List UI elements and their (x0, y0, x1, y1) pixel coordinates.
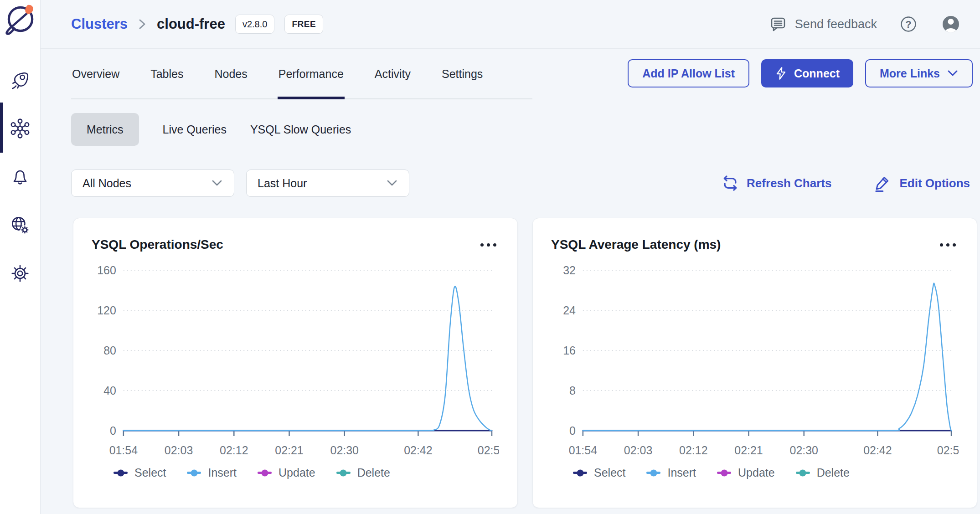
bell-icon (10, 166, 31, 187)
chart-title: YSQL Operations/Sec (92, 237, 223, 252)
legend-label: Update (738, 466, 775, 479)
send-feedback-button[interactable]: Send feedback (769, 15, 877, 33)
chart-plot-ysql-operations[interactable]: 0408012016001:5402:0302:1202:2102:3002:4… (92, 258, 499, 464)
svg-text:16: 16 (563, 344, 576, 357)
legend-marker-icon (336, 472, 351, 474)
send-feedback-label: Send feedback (795, 17, 877, 31)
svg-text:?: ? (905, 19, 911, 30)
edit-options-label: Edit Options (899, 176, 970, 190)
refresh-cycle-icon (722, 175, 739, 192)
svg-text:02:03: 02:03 (624, 444, 652, 457)
legend-item-update[interactable]: Update (258, 466, 315, 479)
sidebar-item-network[interactable] (0, 211, 40, 240)
yugabyte-logo[interactable] (3, 3, 37, 36)
tab-settings[interactable]: Settings (441, 48, 484, 99)
legend-marker-icon (717, 472, 731, 474)
svg-text:02:12: 02:12 (220, 444, 248, 457)
legend-label: Insert (667, 466, 696, 479)
chevron-down-icon (386, 179, 398, 187)
chart-menu-button[interactable] (478, 239, 499, 251)
legend-item-select[interactable]: Select (573, 466, 625, 479)
refresh-charts-button[interactable]: Refresh Charts (722, 175, 831, 192)
pencil-icon (873, 174, 892, 192)
sidebar-item-settings[interactable] (0, 259, 40, 288)
tab-activity[interactable]: Activity (374, 48, 412, 99)
sidebar-item-getting-started[interactable] (0, 66, 40, 95)
legend-label: Select (134, 466, 166, 479)
connect-button[interactable]: Connect (761, 59, 853, 87)
metrics-filters: All Nodes Last Hour (71, 170, 409, 197)
svg-text:02:42: 02:42 (404, 444, 432, 457)
legend-item-insert[interactable]: Insert (646, 466, 696, 479)
svg-text:0: 0 (569, 424, 576, 437)
tab-performance[interactable]: Performance (278, 48, 345, 99)
time-range-select-value: Last Hour (258, 177, 307, 190)
svg-text:160: 160 (97, 264, 116, 277)
chart-legend: SelectInsertUpdateDelete (113, 466, 499, 479)
legend-marker-icon (646, 472, 660, 474)
refresh-charts-label: Refresh Charts (747, 176, 831, 190)
help-button[interactable]: ? (898, 14, 919, 35)
svg-text:02:42: 02:42 (863, 444, 892, 457)
time-range-select[interactable]: Last Hour (246, 170, 409, 197)
nodes-select-value: All Nodes (83, 177, 131, 190)
chart-card-ysql-latency: YSQL Average Latency (ms) 0816243201:540… (532, 218, 977, 508)
legend-marker-icon (573, 472, 587, 474)
nodes-select[interactable]: All Nodes (71, 170, 234, 197)
legend-label: Select (594, 466, 625, 479)
chart-plot-ysql-latency[interactable]: 0816243201:5402:0302:1202:2102:3002:4202… (551, 258, 959, 464)
legend-marker-icon (113, 472, 128, 474)
lightning-bolt-icon (775, 67, 788, 80)
cluster-name: cloud-free (157, 16, 225, 32)
edit-options-button[interactable]: Edit Options (873, 174, 970, 192)
breadcrumb-clusters-link[interactable]: Clusters (71, 16, 128, 32)
globe-gear-icon (10, 215, 31, 236)
chevron-down-icon (211, 179, 223, 187)
subtab-ysql-slow-queries[interactable]: YSQL Slow Queries (250, 113, 351, 146)
tab-overview[interactable]: Overview (71, 48, 120, 99)
header-right: Send feedback ? (769, 13, 962, 35)
user-menu-button[interactable] (940, 13, 962, 35)
svg-text:02:12: 02:12 (679, 444, 707, 457)
svg-text:02:30: 02:30 (790, 444, 818, 457)
tab-tables[interactable]: Tables (150, 48, 184, 99)
svg-text:02:21: 02:21 (734, 444, 763, 457)
legend-item-select[interactable]: Select (113, 466, 166, 479)
top-header: Clusters cloud-free v2.8.0 FREE Send fee… (41, 0, 980, 49)
user-avatar-icon (940, 13, 962, 35)
legend-marker-icon (258, 472, 272, 474)
sidebar-item-clusters[interactable] (0, 114, 40, 143)
rocket-icon (10, 70, 31, 91)
subtab-live-queries[interactable]: Live Queries (163, 113, 227, 146)
version-badge: v2.8.0 (235, 15, 274, 34)
svg-text:32: 32 (563, 264, 576, 277)
sidebar (0, 0, 41, 514)
gear-icon (10, 263, 31, 284)
legend-label: Update (279, 466, 315, 479)
legend-item-insert[interactable]: Insert (187, 466, 237, 479)
chart-title: YSQL Average Latency (ms) (551, 237, 721, 252)
add-ip-allow-list-label: Add IP Allow List (642, 67, 735, 80)
sidebar-item-alerts[interactable] (0, 162, 40, 191)
subtab-metrics[interactable]: Metrics (71, 113, 139, 146)
cluster-actions: Add IP Allow List Connect More Links (628, 59, 973, 87)
tab-nodes[interactable]: Nodes (213, 48, 248, 99)
legend-item-delete[interactable]: Delete (796, 466, 850, 479)
plan-badge: FREE (284, 15, 323, 34)
svg-text:02:54: 02:54 (478, 444, 499, 457)
svg-text:24: 24 (563, 304, 576, 317)
add-ip-allow-list-button[interactable]: Add IP Allow List (628, 59, 749, 87)
legend-item-update[interactable]: Update (717, 466, 775, 479)
breadcrumb: Clusters cloud-free v2.8.0 FREE (71, 15, 323, 34)
svg-text:02:21: 02:21 (275, 444, 303, 457)
svg-text:0: 0 (110, 424, 116, 437)
more-links-button[interactable]: More Links (865, 59, 973, 87)
svg-text:01:54: 01:54 (109, 444, 138, 457)
cluster-icon (10, 118, 31, 139)
chart-toolbar: Refresh Charts Edit Options (722, 170, 970, 197)
legend-item-delete[interactable]: Delete (336, 466, 390, 479)
feedback-bubble-icon (769, 15, 787, 33)
chart-card-ysql-operations: YSQL Operations/Sec 0408012016001:5402:0… (73, 218, 518, 508)
chart-menu-button[interactable] (937, 239, 959, 251)
legend-marker-icon (796, 472, 810, 474)
